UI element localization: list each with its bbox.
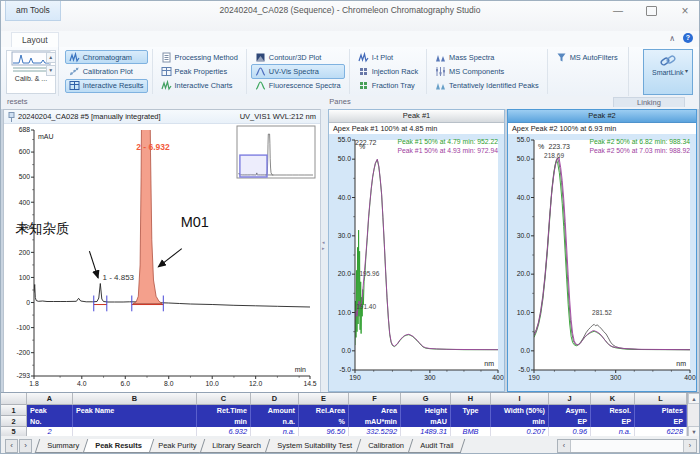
header-unit-cell: No. [27,416,73,427]
chromatogram-plot[interactable]: 6886005004003002001000-100-200-2931.84.0… [4,124,320,392]
ms-autofilters-button[interactable]: MS AutoFilters [552,50,622,64]
button-label: Tentatively Identified Peaks [449,81,539,90]
uv-vis-spectra-button[interactable]: UV-Vis Spectra [251,64,345,78]
smartlink-dropdown-icon[interactable]: ▾ [685,65,693,77]
tab-label: Peak Purity [158,439,196,452]
peak1-legend: Peak #1 50% at 4.79 min: 952.22Peak #1 5… [397,137,498,155]
peak2-spectrum-plot[interactable]: 55.050.040.030.020.010.00.0-5.0190300400… [508,134,696,394]
mass-spectra-button[interactable]: Mass Spectra [431,50,543,64]
interactive-charts-button[interactable]: Interactive Charts [157,79,242,93]
svg-text:12.0: 12.0 [249,380,262,387]
tab-peak-purity[interactable]: Peak Purity [146,439,209,453]
interactive-results-icon [69,80,80,91]
fluorescence-spectra-button[interactable]: Fluorescence Spectra [251,79,345,93]
tab-peak-results[interactable]: Peak Results [83,439,154,453]
tentatively-identified-peaks-icon [435,80,446,91]
svg-text:300: 300 [610,374,622,381]
mass-spectra-icon [435,52,446,63]
column-letter[interactable]: G [401,393,451,405]
svg-text:600: 600 [19,148,31,155]
row-number[interactable]: 2 [1,416,27,427]
chromatogram-icon [69,52,80,63]
interactive-results-button[interactable]: Interactive Results [65,79,148,93]
help-icon[interactable]: ? [683,33,693,43]
column-letter[interactable]: A [27,393,73,405]
peak-properties-button[interactable]: Peak Properties [157,64,242,78]
tab-label: Peak Results [95,439,142,452]
svg-text:55.0: 55.0 [517,136,530,143]
chromatogram-pane[interactable]: 20240204_CA028 #5 [manually integrated] … [3,109,323,394]
fraction-tray-button[interactable]: Fraction Tray [354,79,422,93]
peak1-spectrum-pane[interactable]: Peak #1 Apex Peak #1 100% at 4.85 min 55… [328,109,505,392]
processing-method-button[interactable]: Processing Method [157,50,242,64]
tab-library-search[interactable]: Library Search [200,439,273,453]
header-unit-cell [73,416,197,427]
gallery-down-icon[interactable]: ▼ [46,65,56,76]
column-letter[interactable]: F [349,393,401,405]
svg-text:-5.0: -5.0 [339,366,351,373]
header-cell: Amount [251,405,299,416]
svg-text:200: 200 [19,249,31,256]
ribbon: Calib. & ... ▲ ▼ ChromatogramCalibration… [1,47,699,96]
table-corner-cell[interactable] [1,393,27,405]
column-letter[interactable]: E [299,393,349,405]
svg-text:55.0: 55.0 [338,136,351,143]
column-letter[interactable]: K [591,393,635,405]
tab-layout[interactable]: Layout [11,32,59,47]
column-letter[interactable]: B [73,393,197,405]
peak1-spectrum-plot[interactable]: 55.050.040.030.020.010.00.0-5.0190300400… [329,134,504,394]
column-letter[interactable]: L [635,393,687,405]
injection-rack-button[interactable]: Injection Rack [354,64,422,78]
svg-text:300: 300 [424,374,436,381]
svg-text:-293: -293 [16,372,30,379]
ms-components-button[interactable]: MS Components [431,64,543,78]
svg-text:191.40: 191.40 [356,303,376,310]
svg-text:8.0: 8.0 [164,380,174,387]
peak1-caption[interactable]: Peak #1 [329,110,504,123]
svg-text:20.0: 20.0 [517,270,530,277]
contour-3d-plot-button[interactable]: Contour/3D Plot [251,50,345,64]
column-letter[interactable]: J [549,393,591,405]
restore-button[interactable] [646,6,657,16]
hscroll-right-icon[interactable]: › [683,440,696,452]
button-label: Fraction Tray [372,81,415,90]
svg-text:40.0: 40.0 [338,194,351,201]
column-letter[interactable]: C [197,393,251,405]
legend-line: Peak #1 50% at 4.79 min: 952.22 [397,137,498,146]
i-t-plot-button[interactable]: I-t Plot [354,50,422,64]
peak2-caption[interactable]: Peak #2 [508,110,696,123]
gallery-up-icon[interactable]: ▲ [46,52,56,63]
minimize-button[interactable]: — [612,5,624,17]
channel-label: UV_VIS1 WVL:212 nm [240,112,316,121]
svg-text:mAU: mAU [38,133,54,140]
svg-text:10.0: 10.0 [338,309,351,316]
peak2-spectrum-pane[interactable]: Peak #2 Apex Peak #2 100% at 6.93 min 55… [507,109,697,392]
tab-label: Summary [47,439,79,452]
tabs-prev-icon[interactable]: ‹ [5,439,18,453]
svg-text:%: % [538,143,544,150]
tabs-next-icon[interactable]: › [19,439,32,453]
column-letter[interactable]: I [491,393,549,405]
collapse-ribbon-icon[interactable]: ∧ [669,34,675,43]
header-cell: Rel.Area [299,405,349,416]
svg-text:222.72: 222.72 [355,139,377,146]
svg-text:min: min [295,366,306,373]
row-number[interactable]: 1 [1,405,27,416]
linking-group: SmartLink ▾ [628,47,699,96]
app-window: am Tools 20240204_CA028 (Sequence) - Chr… [0,0,700,454]
tab-calibration[interactable]: Calibration [356,439,416,453]
tentatively-identified-peaks-button[interactable]: Tentatively Identified Peaks [431,79,543,93]
column-letter[interactable]: D [251,393,299,405]
table-vertical-scrollbar[interactable]: ▲ ▼ [687,393,700,437]
chromatogram-button[interactable]: Chromatogram [65,50,148,64]
close-button[interactable]: × [679,5,691,17]
svg-text:50.0: 50.0 [338,155,351,162]
scroll-up-icon[interactable]: ▲ [688,393,700,404]
tab-system-suitability-test[interactable]: System Suitability Test [265,439,364,453]
calibration-plot-button[interactable]: Calibration Plot [65,64,148,78]
column-letter[interactable]: H [451,393,491,405]
tab-audit-trail[interactable]: Audit Trail [407,439,465,453]
hscroll-left-icon[interactable]: ‹ [558,440,571,452]
panes-group: ChromatogramCalibration PlotInteractive … [59,47,628,96]
horizontal-scrollbar[interactable]: ‹ › [557,439,697,453]
